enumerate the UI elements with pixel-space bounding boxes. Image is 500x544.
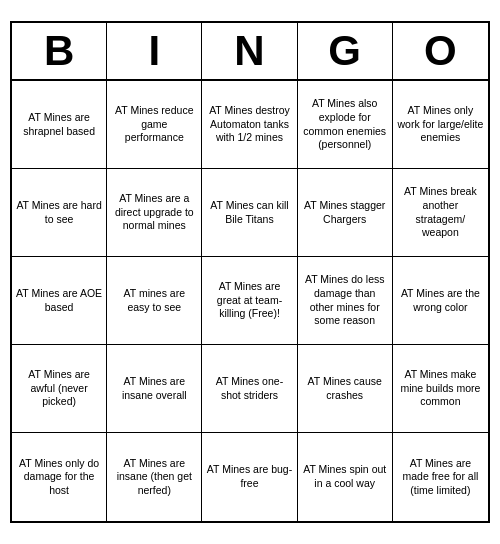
bingo-cell-8[interactable]: AT Mines can kill Bile Titans	[202, 169, 297, 257]
bingo-cell-20[interactable]: AT Mines make mine builds more common	[393, 345, 488, 433]
bingo-cell-3[interactable]: AT Mines destroy Automaton tanks with 1/…	[202, 81, 297, 169]
bingo-cell-4[interactable]: AT Mines also explode for common enemies…	[298, 81, 393, 169]
bingo-cell-6[interactable]: AT Mines are hard to see	[12, 169, 107, 257]
bingo-cell-10[interactable]: AT Mines break another stratagem/ weapon	[393, 169, 488, 257]
bingo-letter-n: N	[202, 23, 297, 79]
bingo-cell-7[interactable]: AT Mines are a direct upgrade to normal …	[107, 169, 202, 257]
bingo-cell-1[interactable]: AT Mines are shrapnel based	[12, 81, 107, 169]
bingo-cell-13[interactable]: AT Mines are great at team-killing (Free…	[202, 257, 297, 345]
bingo-cell-25[interactable]: AT Mines are made free for all (time lim…	[393, 433, 488, 521]
bingo-letter-o: O	[393, 23, 488, 79]
bingo-cell-14[interactable]: AT Mines do less damage than other mines…	[298, 257, 393, 345]
bingo-cell-21[interactable]: AT Mines only do damage for the host	[12, 433, 107, 521]
bingo-cell-17[interactable]: AT Mines are insane overall	[107, 345, 202, 433]
bingo-letter-g: G	[298, 23, 393, 79]
bingo-cell-23[interactable]: AT Mines are bug-free	[202, 433, 297, 521]
bingo-grid: AT Mines are shrapnel basedAT Mines redu…	[12, 81, 488, 521]
bingo-cell-22[interactable]: AT Mines are insane (then get nerfed)	[107, 433, 202, 521]
bingo-cell-5[interactable]: AT Mines only work for large/elite enemi…	[393, 81, 488, 169]
bingo-letter-i: I	[107, 23, 202, 79]
bingo-cell-2[interactable]: AT Mines reduce game performance	[107, 81, 202, 169]
bingo-letter-b: B	[12, 23, 107, 79]
bingo-header: BINGO	[12, 23, 488, 81]
bingo-cell-16[interactable]: AT Mines are awful (never picked)	[12, 345, 107, 433]
bingo-cell-19[interactable]: AT Mines cause crashes	[298, 345, 393, 433]
bingo-cell-18[interactable]: AT Mines one-shot striders	[202, 345, 297, 433]
bingo-cell-9[interactable]: AT Mines stagger Chargers	[298, 169, 393, 257]
bingo-cell-15[interactable]: AT Mines are the wrong color	[393, 257, 488, 345]
bingo-card: BINGO AT Mines are shrapnel basedAT Mine…	[10, 21, 490, 523]
bingo-cell-11[interactable]: AT Mines are AOE based	[12, 257, 107, 345]
bingo-cell-12[interactable]: AT mines are easy to see	[107, 257, 202, 345]
bingo-cell-24[interactable]: AT Mines spin out in a cool way	[298, 433, 393, 521]
